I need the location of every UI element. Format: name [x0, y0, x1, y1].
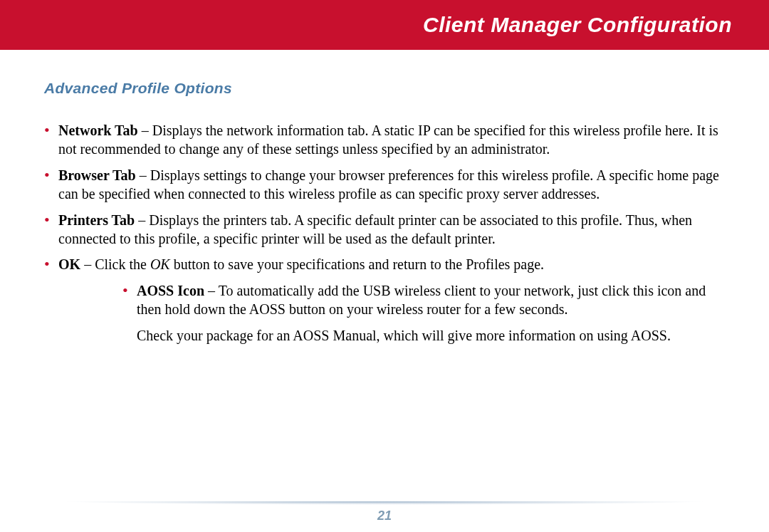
footer-rule — [50, 501, 719, 506]
header-bar: Client Manager Configuration — [0, 0, 769, 50]
item-sep: – — [135, 212, 149, 228]
header-title: Client Manager Configuration — [423, 13, 732, 37]
item-text: To automatically add the USB wireless cl… — [137, 283, 706, 317]
item-sep: – — [138, 122, 152, 138]
item-italic: OK — [150, 256, 170, 272]
item-ok: OK – Click the OK button to save your sp… — [44, 255, 725, 273]
item-printers-tab: Printers Tab – Displays the printers tab… — [44, 211, 725, 249]
item-label: Browser Tab — [58, 167, 136, 183]
page-root: Client Manager Configuration Advanced Pr… — [0, 0, 769, 532]
item-label: Network Tab — [58, 122, 138, 138]
item-text: Displays the printers tab. A specific de… — [58, 212, 692, 246]
item-sep: – — [136, 167, 150, 183]
item-aoss-icon: AOSS Icon – To automatically add the USB… — [44, 281, 725, 319]
item-text: Displays settings to change your browser… — [58, 167, 719, 202]
item-label: OK — [58, 256, 80, 272]
item-sep: – — [80, 256, 95, 272]
item-pre: Click the — [95, 256, 150, 272]
content-area: Advanced Profile Options Network Tab – D… — [0, 50, 769, 532]
page-number: 21 — [0, 508, 769, 523]
item-browser-tab: Browser Tab – Displays settings to chang… — [44, 166, 725, 204]
item-label: Printers Tab — [58, 212, 135, 228]
item-label: AOSS Icon — [137, 283, 204, 298]
options-list: Network Tab – Displays the network infor… — [44, 121, 725, 274]
item-post: button to save your specifications and r… — [170, 256, 544, 272]
footer: 21 — [0, 501, 769, 523]
aoss-follow-paragraph: Check your package for an AOSS Manual, w… — [44, 326, 725, 345]
item-network-tab: Network Tab – Displays the network infor… — [44, 121, 725, 159]
item-sep: – — [204, 283, 219, 298]
nested-list: AOSS Icon – To automatically add the USB… — [44, 281, 725, 319]
section-title: Advanced Profile Options — [44, 80, 725, 97]
item-text: Displays the network information tab. A … — [58, 122, 718, 157]
